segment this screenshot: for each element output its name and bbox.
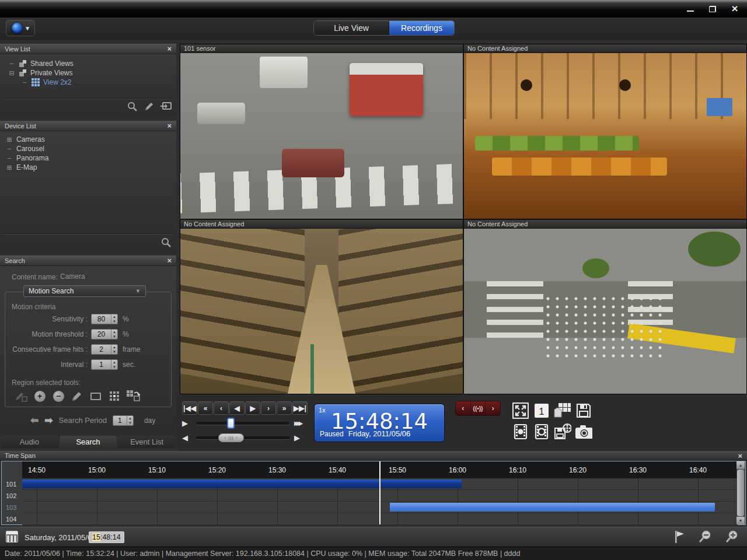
timeline-gridline (698, 478, 699, 525)
calendar-icon[interactable] (6, 531, 18, 542)
video-tile-grocery[interactable]: No Content Assigned (464, 44, 746, 219)
pencil-tool-icon[interactable] (70, 390, 84, 402)
fullscreen-button[interactable] (512, 402, 529, 419)
frame-hits-input[interactable]: 2▲▼ (91, 344, 118, 355)
tree-item-carousel[interactable]: ┄ Carousel (6, 144, 176, 153)
timeline-gridline (518, 478, 518, 525)
step-back-button[interactable]: ‹ (214, 401, 229, 415)
view-list-header: View List × (0, 44, 176, 54)
spinner-arrows-icon[interactable]: ▲▼ (111, 330, 117, 339)
search-icon[interactable] (127, 102, 138, 112)
expand-icon[interactable]: ⊞ (6, 136, 13, 144)
timeline-playhead[interactable] (379, 461, 381, 524)
tree-item-panorama[interactable]: ┄ Panorama (6, 153, 176, 163)
broadcast-icon[interactable]: ((•)) (470, 401, 486, 415)
scroll-down-icon[interactable]: ▼ (736, 517, 745, 524)
jump-end-button[interactable]: ▶▶| (292, 401, 308, 415)
snapshot-button[interactable] (575, 423, 592, 440)
motion-threshold-input[interactable]: 20▲▼ (91, 329, 118, 340)
tab-live-view[interactable]: Live View (314, 21, 389, 35)
minimize-button[interactable] (684, 4, 697, 14)
time-field-selected-segment[interactable]: 15 (92, 533, 100, 541)
remove-region-tool-icon[interactable]: − (51, 390, 65, 402)
next-period-arrow-icon[interactable]: ➡ (44, 414, 53, 426)
grid-transfer-tool-icon[interactable] (126, 390, 140, 402)
step-forward-button[interactable]: › (261, 401, 276, 415)
channel-label-102[interactable]: 102 (2, 490, 22, 502)
search-icon[interactable] (161, 237, 172, 248)
tree-item-private-views[interactable]: ⊟ Private Views (8, 68, 176, 78)
channel-label-103[interactable]: 103 (2, 502, 22, 513)
spinner-arrows-icon[interactable]: ▲▼ (111, 345, 117, 354)
interval-input[interactable]: 1▲▼ (91, 359, 118, 370)
save-view-button[interactable] (575, 402, 592, 419)
max-speed-icon[interactable]: ▶▶▶ (294, 420, 314, 426)
goto-time-field[interactable]: 15:48:14 (89, 531, 124, 543)
export-video-button[interactable] (554, 423, 571, 440)
shuttle-right-icon[interactable]: ▶ (294, 433, 308, 442)
video-tile-aerial[interactable]: No Content Assigned (464, 220, 746, 394)
single-view-button[interactable]: 1 (533, 402, 550, 419)
collapse-icon[interactable]: ⊟ (8, 69, 15, 77)
tab-event-list[interactable]: Event List (118, 436, 176, 448)
restore-button[interactable] (706, 4, 719, 14)
search-close-icon[interactable]: × (167, 257, 172, 264)
scrollbar-thumb[interactable] (737, 470, 744, 516)
spinner-arrows-icon[interactable]: ▲▼ (127, 416, 133, 425)
sensitivity-input[interactable]: 80▲▼ (91, 314, 118, 324)
timeline-zoom-out-icon[interactable] (698, 530, 712, 544)
flag-marker-icon[interactable] (673, 530, 685, 544)
video-tile-101[interactable]: 101 sensor (180, 44, 463, 219)
rectangle-select-tool-icon[interactable] (89, 390, 103, 402)
channel-label-104[interactable]: 104 (2, 513, 22, 525)
previous-period-arrow-icon[interactable]: ⬅ (30, 414, 39, 426)
tab-search[interactable]: Search (60, 436, 117, 448)
assign-to-monitor-icon[interactable] (160, 102, 172, 112)
next-event-button[interactable]: › (485, 401, 500, 415)
view-layouts-button[interactable] (554, 402, 571, 419)
tab-recordings[interactable]: Recordings (389, 21, 454, 35)
previous-event-button[interactable]: ‹ (456, 401, 470, 415)
tree-item-cameras[interactable]: ⊞ Cameras (6, 135, 176, 144)
device-list-close-icon[interactable]: × (167, 123, 172, 129)
fast-rewind-button[interactable]: « (198, 401, 213, 415)
speed-slider[interactable] (196, 422, 289, 425)
grid-select-tool-icon[interactable] (107, 390, 121, 402)
search-type-dropdown[interactable]: Motion Search ▼ (23, 285, 146, 297)
tree-item-view-2x2[interactable]: ┄ View 2x2 (8, 78, 176, 87)
expand-icon[interactable]: ⊞ (6, 164, 13, 172)
edit-pencil-icon[interactable] (144, 102, 154, 112)
channel-label-101[interactable]: 101 (2, 478, 22, 490)
play-icon[interactable]: ▶ (182, 419, 196, 428)
scroll-up-icon[interactable]: ▲ (736, 461, 745, 469)
sensitivity-row: Sensitivity : 80▲▼ % (5, 314, 129, 324)
shuttle-left-icon[interactable]: ◀ (182, 433, 196, 442)
timeline-scrollbar[interactable]: ▲ ▼ (736, 461, 745, 524)
tree-item-emap[interactable]: ⊞ E-Map (6, 163, 176, 172)
speed-slider-handle[interactable] (227, 418, 235, 429)
spinner-arrows-icon[interactable]: ▲▼ (111, 314, 117, 324)
mark-in-button[interactable] (512, 423, 529, 440)
tree-item-shared-views[interactable]: ┄ Shared Views (8, 59, 176, 68)
recording-bar-101[interactable] (22, 480, 462, 488)
search-period-input[interactable]: 1▲▼ (113, 415, 134, 426)
play-reverse-button[interactable]: ◀ (229, 401, 245, 415)
mark-out-button[interactable] (533, 423, 550, 440)
shuttle-handle[interactable]: ‹ ||| › (218, 433, 244, 442)
recording-bar-103[interactable] (390, 503, 715, 512)
timespan-close-icon[interactable]: × (738, 453, 742, 459)
frame-hits-row: Consecutive frame hits : 2▲▼ frame (5, 344, 141, 355)
jump-start-button[interactable]: |◀◀ (182, 401, 197, 415)
tab-audio[interactable]: Audio (1, 436, 58, 448)
add-region-tool-icon[interactable]: + (33, 390, 47, 402)
fast-forward-button[interactable]: » (277, 401, 292, 415)
shuttle-slider[interactable]: ‹ ||| › (196, 436, 289, 439)
spinner-arrows-icon[interactable]: ▲▼ (111, 360, 117, 369)
play-forward-button[interactable]: ▶ (245, 401, 260, 415)
view-list-close-icon[interactable]: × (167, 46, 172, 52)
pencil-grid-tool-icon[interactable] (14, 390, 28, 402)
video-tile-warehouse[interactable]: No Content Assigned (180, 220, 463, 394)
application-menu-button[interactable]: ▾ (6, 20, 35, 36)
close-button[interactable]: × (728, 4, 741, 14)
timeline-zoom-in-icon[interactable] (725, 530, 739, 544)
